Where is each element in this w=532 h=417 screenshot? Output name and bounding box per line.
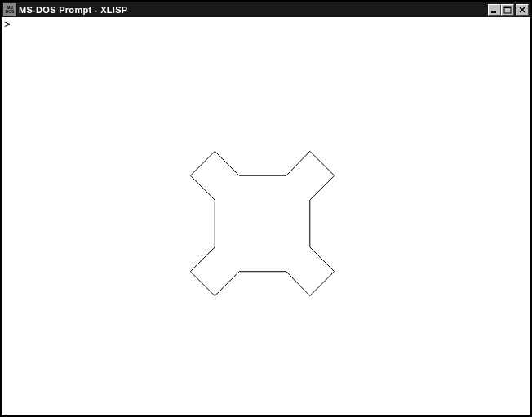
svg-rect-0	[491, 11, 496, 13]
titlebar[interactable]: MS DOS MS-DOS Prompt - XLISP	[2, 2, 530, 17]
window-title: MS-DOS Prompt - XLISP	[19, 5, 488, 15]
cross-shape	[190, 151, 334, 295]
svg-rect-2	[504, 7, 511, 8]
console-client-area[interactable]: >	[2, 17, 530, 415]
icon-text-bot: DOS	[6, 10, 15, 14]
app-window: MS DOS MS-DOS Prompt - XLISP	[0, 0, 532, 417]
maximize-button[interactable]	[501, 4, 514, 16]
system-menu-icon[interactable]: MS DOS	[3, 3, 16, 16]
close-icon	[518, 6, 526, 14]
close-button[interactable]	[516, 4, 529, 16]
graphics-canvas	[2, 17, 530, 415]
minimize-icon	[490, 6, 499, 14]
maximize-icon	[503, 6, 512, 14]
minimize-button[interactable]	[488, 4, 501, 16]
titlebar-button-group	[488, 4, 529, 16]
